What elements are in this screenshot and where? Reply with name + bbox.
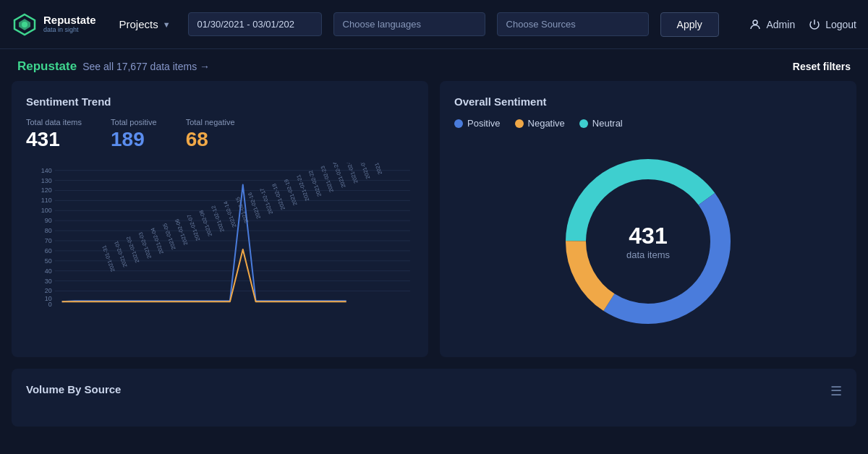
sentiment-legend: Positive Negative Neutral xyxy=(454,118,842,129)
trend-chart-svg: 140 130 120 110 100 90 80 70 60 50 40 30… xyxy=(26,163,414,314)
svg-text:50: 50 xyxy=(45,257,52,265)
volume-by-source-card: Volume By Source ☰ xyxy=(12,369,856,427)
legend-neutral: Neutral xyxy=(579,118,623,129)
donut-total-label: data items xyxy=(626,249,670,260)
svg-text:2021-02-02: 2021-02-02 xyxy=(125,236,140,264)
hamburger-menu-icon[interactable]: ☰ xyxy=(830,383,842,399)
svg-text:140: 140 xyxy=(41,167,52,174)
subheader: Repustate See all 17,677 data items → Re… xyxy=(0,49,868,81)
brand-label: Repustate xyxy=(17,59,77,74)
neutral-dot xyxy=(579,119,588,128)
donut-total-number: 431 xyxy=(626,223,670,249)
svg-text:110: 110 xyxy=(41,197,52,204)
svg-text:2021-02-19: 2021-02-19 xyxy=(283,179,298,207)
sentiment-trend-chart: 140 130 120 110 100 90 80 70 60 50 40 30… xyxy=(26,163,414,314)
svg-text:130: 130 xyxy=(41,177,52,184)
sentiment-trend-title: Sentiment Trend xyxy=(26,95,414,108)
svg-text:2021-02-27: 2021-02-27 xyxy=(344,163,359,184)
svg-text:2021-02-12: 2021-02-12 xyxy=(210,205,225,233)
admin-button[interactable]: Admin xyxy=(749,18,795,31)
total-positive-value: 189 xyxy=(111,128,157,151)
svg-text:2021-01-31: 2021-01-31 xyxy=(101,244,116,273)
total-negative-value: 68 xyxy=(186,128,235,151)
header: Repustate data in sight Projects ▼ Apply… xyxy=(0,0,868,49)
neutral-label: Neutral xyxy=(592,118,623,129)
svg-text:2021-02-24: 2021-02-24 xyxy=(331,163,346,189)
total-negative-label: Total negative xyxy=(186,118,235,127)
svg-text:20: 20 xyxy=(45,287,52,294)
apply-button[interactable]: Apply xyxy=(660,12,719,37)
user-area: Admin Logout xyxy=(749,18,856,31)
logo-brand: Repustate xyxy=(43,14,96,27)
breadcrumb: Repustate See all 17,677 data items → xyxy=(17,59,210,74)
svg-text:2021-02-06: 2021-02-06 xyxy=(174,218,189,247)
svg-point-3 xyxy=(753,20,757,25)
svg-text:70: 70 xyxy=(45,237,52,244)
logout-button[interactable]: Logout xyxy=(808,18,856,31)
positive-line xyxy=(62,185,346,302)
donut-center-text: 431 data items xyxy=(626,223,670,260)
svg-text:2021-02-18: 2021-02-18 xyxy=(271,183,286,211)
svg-text:2021-02-28: 2021-02-28 xyxy=(356,163,371,180)
total-data-value: 431 xyxy=(26,128,82,151)
svg-text:2021-02-23: 2021-02-23 xyxy=(319,165,334,193)
chevron-down-icon: ▼ xyxy=(163,20,171,29)
overall-sentiment-card: Overall Sentiment Positive Negative Neut… xyxy=(440,81,856,357)
power-icon xyxy=(808,18,821,31)
logo-text: Repustate data in sight xyxy=(43,14,96,33)
donut-chart-container: 431 data items xyxy=(454,140,842,343)
logo-tagline: data in sight xyxy=(43,27,96,34)
source-select-input[interactable] xyxy=(497,12,649,36)
svg-text:2021-02-16: 2021-02-16 xyxy=(247,192,262,220)
svg-text:2021-02-15: 2021-02-15 xyxy=(234,196,250,224)
svg-text:2021-02-08: 2021-02-08 xyxy=(198,209,213,237)
total-data-label: Total data items xyxy=(26,118,82,127)
projects-button[interactable]: Projects ▼ xyxy=(114,14,176,35)
sentiment-trend-card: Sentiment Trend Total data items 431 Tot… xyxy=(12,81,428,357)
svg-text:2021-02-03: 2021-02-03 xyxy=(137,231,153,260)
negative-label: Negative xyxy=(528,118,565,129)
language-select-input[interactable] xyxy=(333,12,485,36)
svg-point-2 xyxy=(22,22,27,27)
logo-area: Repustate data in sight xyxy=(12,12,96,38)
date-range-input[interactable] xyxy=(188,12,322,36)
legend-positive: Positive xyxy=(454,118,501,129)
svg-text:2021-02-01: 2021-02-01 xyxy=(113,240,128,268)
svg-text:2021-02-17: 2021-02-17 xyxy=(259,187,274,215)
positive-label: Positive xyxy=(467,118,501,129)
positive-dot xyxy=(454,119,463,128)
svg-text:80: 80 xyxy=(45,227,52,234)
svg-text:60: 60 xyxy=(45,247,52,254)
total-data-stat: Total data items 431 xyxy=(26,118,82,151)
svg-text:2021-02-21: 2021-02-21 xyxy=(295,174,310,202)
legend-negative: Negative xyxy=(515,118,565,129)
svg-text:2021-02-22: 2021-02-22 xyxy=(307,169,323,197)
svg-text:100: 100 xyxy=(41,207,52,214)
repustate-logo-icon xyxy=(12,12,38,38)
data-items-link[interactable]: See all 17,677 data items → xyxy=(82,61,210,72)
svg-text:2021-02-07: 2021-02-07 xyxy=(186,213,201,241)
bottom-section: Volume By Source ☰ xyxy=(0,369,868,427)
user-icon xyxy=(749,18,762,31)
stats-row: Total data items 431 Total positive 189 … xyxy=(26,118,414,151)
negative-dot xyxy=(515,119,524,128)
total-positive-label: Total positive xyxy=(111,118,157,127)
svg-text:0: 0 xyxy=(48,301,52,308)
overall-sentiment-title: Overall Sentiment xyxy=(454,95,842,108)
svg-text:2021-02-14: 2021-02-14 xyxy=(222,200,237,228)
svg-text:120: 120 xyxy=(41,187,52,194)
svg-text:40: 40 xyxy=(45,267,52,275)
svg-text:90: 90 xyxy=(45,217,52,224)
total-positive-stat: Total positive 189 xyxy=(111,118,157,151)
svg-text:2021-03-01: 2021-03-01 xyxy=(368,163,383,176)
total-negative-stat: Total negative 68 xyxy=(186,118,235,151)
svg-text:30: 30 xyxy=(45,278,52,285)
reset-filters-button[interactable]: Reset filters xyxy=(793,61,851,72)
main-grid: Sentiment Trend Total data items 431 Tot… xyxy=(0,81,868,357)
volume-by-source-title: Volume By Source xyxy=(26,383,121,395)
svg-text:2021-02-05: 2021-02-05 xyxy=(161,223,176,251)
